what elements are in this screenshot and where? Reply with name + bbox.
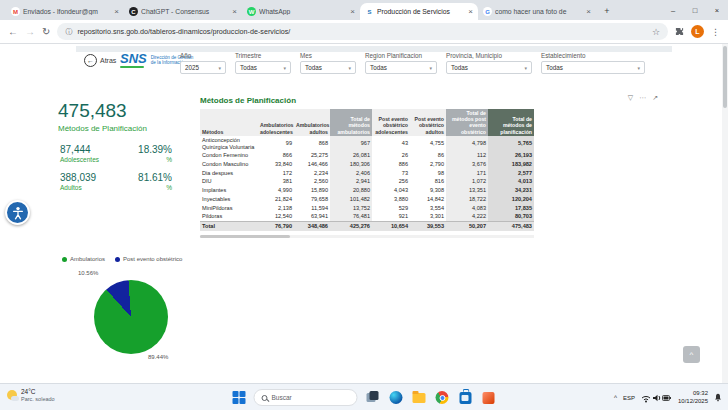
taskbar-clock[interactable]: 09:32 10/12/2025 bbox=[678, 390, 708, 406]
close-tab-icon[interactable]: × bbox=[114, 7, 119, 16]
value-cell: 12,540 bbox=[258, 212, 294, 221]
table-visual: ▽ ⋯ ↗ Métodos de Planificación Métodos A… bbox=[200, 96, 662, 238]
close-tab-icon[interactable]: × bbox=[350, 7, 355, 16]
back-to-top-button[interactable]: ^ bbox=[683, 346, 700, 363]
value-cell: 79,658 bbox=[294, 195, 330, 204]
legend-item-ambulatorios[interactable]: Ambulatorios bbox=[62, 256, 105, 262]
close-tab-icon[interactable]: × bbox=[232, 7, 237, 16]
browser-menu-icon[interactable]: ⋮ bbox=[711, 27, 720, 37]
office-icon[interactable] bbox=[481, 390, 496, 405]
stat-pct-label: % bbox=[166, 184, 172, 191]
notification-bell-icon[interactable] bbox=[714, 393, 722, 402]
column-header[interactable]: Post evento obstétrico adultos bbox=[410, 109, 446, 136]
scrollbar-thumb[interactable] bbox=[200, 235, 290, 238]
file-explorer-icon[interactable] bbox=[412, 390, 427, 405]
focus-mode-icon[interactable]: ↗ bbox=[652, 94, 658, 102]
page-scrollbar[interactable] bbox=[722, 44, 728, 383]
tab-whatsapp[interactable]: W WhatsApp × bbox=[242, 3, 360, 20]
table-horizontal-scrollbar[interactable] bbox=[200, 235, 534, 238]
tab-google-search[interactable]: G como hacer una foto de × bbox=[478, 3, 596, 20]
provincia-dropdown[interactable]: Todas ▾ bbox=[446, 61, 532, 74]
minimize-icon[interactable]: – bbox=[662, 0, 684, 20]
ano-dropdown[interactable]: 2025 ▾ bbox=[180, 61, 226, 74]
network-volume-battery-icons[interactable] bbox=[641, 393, 672, 403]
start-button[interactable] bbox=[233, 391, 246, 404]
bookmark-star-icon[interactable]: ☆ bbox=[652, 27, 660, 37]
table-row[interactable]: Pildoras 12,540 63,941 76,481 921 3,301 … bbox=[200, 212, 534, 221]
table-row[interactable]: DIU 381 2,560 2,941 256 816 1,072 4,013 bbox=[200, 177, 534, 186]
forward-nav-icon[interactable]: → bbox=[25, 26, 35, 37]
extensions-puzzle-icon[interactable] bbox=[675, 27, 684, 36]
back-arrow-icon: ← bbox=[84, 54, 97, 67]
table-total-row[interactable]: Total 76,790 348,486 425,276 10,654 39,5… bbox=[200, 221, 534, 230]
address-bar[interactable]: ⓘ repositorio.sns.gob.do/tableros-dinami… bbox=[57, 23, 668, 40]
table-row[interactable]: Dia despues 172 2,234 2,406 73 98 171 2,… bbox=[200, 169, 534, 178]
filter-label: Establecimiento bbox=[541, 52, 645, 59]
value-cell: 120,204 bbox=[488, 195, 534, 204]
value-cell: 868 bbox=[294, 136, 330, 151]
value-cell: 3,554 bbox=[410, 204, 446, 213]
value-cell: 921 bbox=[372, 212, 410, 221]
column-header[interactable]: Ambulatorios adultos bbox=[294, 109, 330, 136]
mes-dropdown[interactable]: Todas ▾ bbox=[300, 61, 356, 74]
taskbar-search[interactable]: Buscar bbox=[254, 389, 358, 406]
tab-chatgpt[interactable]: C ChatGPT - Consensus × bbox=[124, 3, 242, 20]
edge-icon[interactable] bbox=[389, 390, 404, 405]
value-cell: 2,406 bbox=[330, 169, 372, 178]
table-body: Anticoncepción Quirúrgica Voluntaria 99 … bbox=[200, 136, 534, 222]
table-row[interactable]: Implantes 4,990 15,890 20,880 4,043 9,30… bbox=[200, 186, 534, 195]
store-icon[interactable] bbox=[458, 390, 473, 405]
back-button[interactable]: ← Atras bbox=[84, 54, 116, 67]
table-row[interactable]: Anticoncepción Quirúrgica Voluntaria 99 … bbox=[200, 136, 534, 151]
tab-gmail[interactable]: M Enviados - lfondeur@gm × bbox=[6, 3, 124, 20]
close-tab-icon[interactable]: × bbox=[468, 7, 473, 16]
back-nav-icon[interactable]: ← bbox=[8, 26, 18, 37]
establecimiento-dropdown[interactable]: Todas ▾ bbox=[541, 61, 645, 74]
filter-label: Trimestre bbox=[235, 52, 291, 59]
value-cell: 13,752 bbox=[330, 204, 372, 213]
refresh-icon[interactable]: ↻ bbox=[42, 26, 50, 37]
column-header[interactable]: Post evento obstétrico adolescentes bbox=[372, 109, 410, 136]
url-text[interactable]: repositorio.sns.gob.do/tableros-dinamico… bbox=[77, 27, 647, 36]
region-dropdown[interactable]: Todas ▾ bbox=[365, 61, 437, 74]
value-cell: 816 bbox=[410, 177, 446, 186]
filter-icon[interactable]: ▽ bbox=[628, 94, 633, 102]
scrollbar-thumb[interactable] bbox=[723, 46, 727, 108]
profile-avatar[interactable]: L bbox=[691, 25, 704, 38]
column-header[interactable]: Ambulatorios adolescentes bbox=[258, 109, 294, 136]
method-name-cell: DIU bbox=[200, 177, 258, 186]
language-indicator[interactable]: ESP bbox=[623, 395, 635, 401]
value-cell: 98 bbox=[410, 169, 446, 178]
trimestre-dropdown[interactable]: Todas ▾ bbox=[235, 61, 291, 74]
table-row[interactable]: Condon Masculino 33,840 146,466 180,306 … bbox=[200, 160, 534, 169]
new-tab-button[interactable]: + bbox=[600, 4, 614, 18]
more-options-icon[interactable]: ⋯ bbox=[639, 94, 646, 102]
table-row[interactable]: Condon Femenino 866 25,275 26,081 26 86 … bbox=[200, 151, 534, 160]
site-info-icon[interactable]: ⓘ bbox=[65, 27, 72, 37]
tray-expand-icon[interactable]: ^ bbox=[614, 394, 617, 401]
tab-produccion-servicios[interactable]: S Producción de Servicios × bbox=[360, 3, 478, 20]
planning-methods-table: Métodos Ambulatorios adolescentes Ambula… bbox=[200, 109, 534, 231]
table-row[interactable]: MiniPildoras 2,138 11,594 13,752 529 3,5… bbox=[200, 204, 534, 213]
column-header[interactable]: Total de métodos post evento obstétrico bbox=[446, 109, 488, 136]
pie-chart[interactable] bbox=[94, 280, 168, 354]
clock-time: 09:32 bbox=[678, 390, 708, 398]
legend-item-post-evento[interactable]: Post evento obstétrico bbox=[115, 256, 182, 262]
search-placeholder: Buscar bbox=[272, 394, 292, 401]
accessibility-widget-button[interactable] bbox=[5, 200, 30, 225]
close-tab-icon[interactable]: × bbox=[586, 7, 591, 16]
column-header[interactable]: Total de métodos de planificación bbox=[488, 109, 534, 136]
maximize-icon[interactable]: □ bbox=[684, 0, 706, 20]
value-cell: 183,982 bbox=[488, 160, 534, 169]
table-row[interactable]: Inyectables 21,824 79,658 101,482 3,880 … bbox=[200, 195, 534, 204]
chrome-icon[interactable] bbox=[435, 390, 450, 405]
value-cell: 1,072 bbox=[446, 177, 488, 186]
column-header[interactable]: Métodos bbox=[200, 109, 258, 136]
weather-widget[interactable]: 24°C Parc. soleado bbox=[7, 388, 55, 402]
filter-label: Año bbox=[180, 52, 226, 59]
browser-toolbar: ← → ↻ ⓘ repositorio.sns.gob.do/tableros-… bbox=[0, 20, 728, 44]
column-header[interactable]: Total de métodos ambulatorios bbox=[330, 109, 372, 136]
task-view-button[interactable] bbox=[366, 390, 381, 405]
close-window-icon[interactable]: × bbox=[706, 0, 728, 20]
value-cell: 171 bbox=[446, 169, 488, 178]
